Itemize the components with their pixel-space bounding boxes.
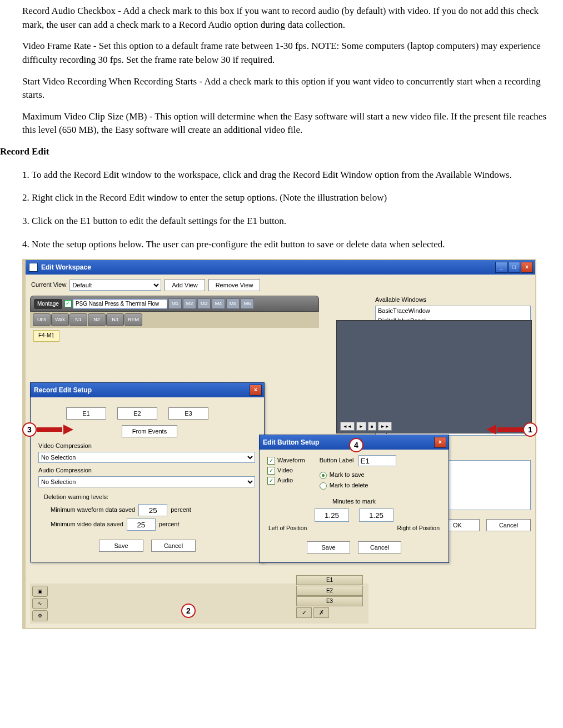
min-waveform-input[interactable]	[138, 504, 167, 516]
list-item[interactable]: BasicTraceWindow	[376, 306, 530, 316]
step-2: 2. Right click in the Record Edit window…	[22, 191, 550, 205]
montage-tab[interactable]: M5	[226, 298, 240, 309]
stage-buttons: Uns Wak N1 N2 N3 REM	[30, 312, 319, 328]
audio-compression-label: Audio Compression	[38, 466, 256, 475]
screenshot-edit-workspace: Edit Workspace _ □ × Current View Defaul…	[22, 259, 536, 629]
heading-record-edit: Record Edit	[0, 145, 550, 159]
montage-tab[interactable]: M4	[212, 298, 225, 309]
cancel-icon[interactable]: ✗	[313, 607, 329, 618]
record-edit-setup-dialog: Record Edit Setup × E1 E2 E3 From Events…	[30, 382, 265, 562]
cancel-button[interactable]: Cancel	[151, 540, 196, 552]
stage-button[interactable]: N2	[88, 313, 106, 326]
waveform-checkbox[interactable]: ✓	[267, 457, 275, 465]
window-title: Edit Workspace	[41, 263, 91, 272]
stage-button[interactable]: REM	[124, 313, 142, 326]
callout-3: 3	[22, 422, 73, 437]
minimize-button[interactable]: _	[495, 262, 507, 273]
close-icon[interactable]: ×	[434, 437, 446, 448]
step-1: 1. To add the Record Edit window to the …	[22, 168, 550, 182]
video-compression-select[interactable]: No Selection	[38, 452, 255, 463]
dialog-title: Record Edit Setup	[34, 386, 92, 395]
montage-checkbox[interactable]: ✓	[64, 300, 72, 307]
cancel-button[interactable]: Cancel	[486, 519, 531, 531]
cancel-button[interactable]: Cancel	[358, 541, 401, 554]
e2-slot[interactable]: E2	[296, 586, 363, 596]
waveform-icon[interactable]: ∿	[32, 598, 48, 609]
e3-slot[interactable]: E3	[296, 596, 363, 606]
confirm-icon[interactable]: ✓	[296, 607, 312, 618]
camera-icon[interactable]: ▣	[32, 586, 48, 597]
percent-label: percent	[159, 520, 180, 529]
dialog-title: Edit Button Setup	[263, 438, 319, 447]
montage-tab[interactable]: M3	[197, 298, 211, 309]
save-button[interactable]: Save	[99, 540, 143, 552]
deletion-warning-label: Deletion warning levels:	[44, 493, 108, 500]
paragraph-frame-rate: Video Frame Rate - Set this option to a …	[22, 39, 550, 67]
e3-button[interactable]: E3	[168, 407, 208, 420]
e2-button[interactable]: E2	[117, 407, 157, 420]
callout-1: 1	[486, 422, 537, 437]
left-minutes-input[interactable]	[315, 508, 349, 522]
maximize-button[interactable]: □	[508, 262, 520, 273]
paragraph-record-audio: Record Audio Checkbox - Add a check mark…	[22, 4, 550, 32]
right-minutes-input[interactable]	[359, 508, 393, 522]
mark-delete-label: Mark to delete	[330, 481, 368, 490]
step-3: 3. Click on the E1 button to edit the de…	[22, 215, 550, 228]
current-view-label: Current View	[31, 281, 66, 290]
titlebar-edit-workspace: Edit Workspace _ □ ×	[26, 260, 535, 275]
e1-button[interactable]: E1	[66, 407, 106, 420]
stage-button[interactable]: N1	[69, 313, 87, 326]
callout-number: 2	[181, 604, 196, 618]
close-button[interactable]: ×	[521, 262, 533, 273]
audio-compression-select[interactable]: No Selection	[38, 476, 255, 487]
e1-slot[interactable]: E1	[296, 575, 363, 585]
mark-delete-radio[interactable]	[320, 482, 327, 490]
video-checkbox[interactable]: ✓	[267, 467, 275, 475]
montage-tab[interactable]: M6	[241, 298, 254, 309]
left-of-position-label: Left of Position	[268, 524, 307, 532]
montage-tab[interactable]: M2	[183, 298, 196, 309]
preview-tool[interactable]: ►►	[378, 422, 392, 431]
min-video-input[interactable]	[127, 518, 156, 531]
waveform-label: Waveform	[277, 456, 305, 465]
right-of-position-label: Right of Position	[397, 524, 440, 532]
preview-tool[interactable]: ■	[368, 422, 376, 431]
preview-tool[interactable]: ►	[356, 422, 366, 431]
callout-number: 4	[349, 438, 363, 452]
save-button[interactable]: Save	[307, 541, 350, 554]
edit-button-setup-dialog: Edit Button Setup × ✓Waveform ✓Video ✓Au…	[259, 435, 449, 563]
percent-label: percent	[171, 506, 191, 515]
preview-tool[interactable]: ◄◄	[340, 422, 355, 431]
remove-view-button[interactable]: Remove View	[208, 279, 261, 291]
gear-icon[interactable]: ⚙	[32, 610, 48, 621]
callout-number: 1	[523, 422, 537, 437]
channel-label: F4-M1	[33, 330, 59, 342]
stage-button[interactable]: N3	[106, 313, 124, 326]
mark-save-label: Mark to save	[330, 471, 365, 480]
callout-4: 4	[349, 438, 363, 452]
from-events-button[interactable]: From Events	[122, 425, 177, 437]
montage-name-input[interactable]	[73, 299, 167, 309]
stage-button[interactable]: Wak	[51, 313, 69, 326]
trace-preview: ◄◄ ► ■ ►►	[336, 320, 532, 433]
audio-label: Audio	[277, 476, 293, 485]
montage-label: Montage	[34, 299, 62, 310]
app-icon	[29, 263, 38, 272]
stage-button[interactable]: Uns	[33, 313, 51, 326]
current-view-select[interactable]: Default	[69, 280, 161, 291]
video-label: Video	[277, 466, 293, 475]
video-compression-label: Video Compression	[38, 442, 256, 451]
button-label-input[interactable]	[358, 455, 396, 466]
min-waveform-label: Minimum waveform data saved	[51, 506, 135, 515]
audio-checkbox[interactable]: ✓	[267, 477, 275, 485]
paragraph-max-clip: Maximum Video Clip Size (MB) - This opti…	[22, 110, 550, 137]
montage-tab[interactable]: M1	[168, 298, 182, 309]
button-label-text: Button Label	[320, 456, 354, 465]
callout-2: 2	[181, 604, 196, 618]
callout-number: 3	[22, 422, 37, 437]
min-video-label: Minimum video data saved	[51, 520, 123, 529]
add-view-button[interactable]: Add View	[165, 279, 205, 291]
mark-save-radio[interactable]	[320, 472, 327, 479]
close-icon[interactable]: ×	[250, 385, 262, 396]
montage-toolbar: Montage ✓ M1 M2 M3 M4 M5 M6	[30, 296, 319, 312]
